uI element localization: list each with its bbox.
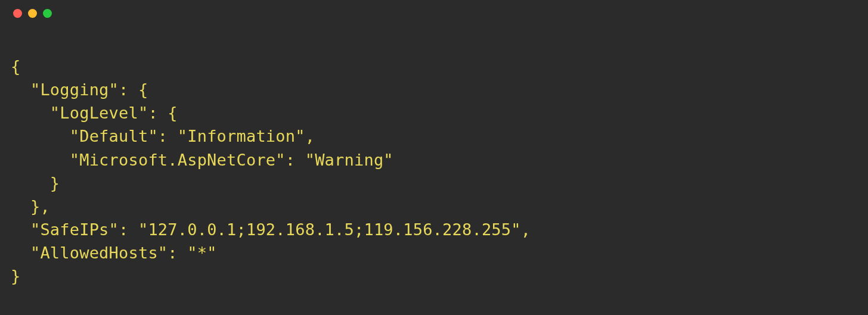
token-colon: : [148,104,168,122]
token-colon: : [119,220,138,239]
indent [11,127,70,145]
indent [11,244,30,262]
token-string: "Information" [178,127,305,145]
code-line: "Microsoft.AspNetCore": "Warning" [11,148,857,171]
indent [11,174,50,192]
token-string: "127.0.0.1;192.168.1.5;119.156.228.255" [138,220,521,239]
token-colon: : [119,80,138,99]
indent [11,197,30,216]
code-line: { [11,55,857,78]
token-key: "Microsoft.AspNetCore" [70,151,286,169]
maximize-icon[interactable] [43,9,52,18]
editor-window: { "Logging": { "LogLevel": { "Default": … [0,0,868,315]
indent [11,220,30,239]
code-line: "Default": "Information", [11,124,857,148]
indent [11,151,70,169]
token-comma: , [305,127,315,145]
token-colon: : [168,244,187,262]
minimize-icon[interactable] [28,9,37,18]
token-punct: { [168,104,177,122]
token-punct: } [11,267,20,285]
code-line: }, [11,195,857,218]
token-punct: { [138,80,148,99]
token-punct: { [11,57,20,76]
indent [11,80,30,99]
code-line: "AllowedHosts": "*" [11,241,857,264]
code-line: } [11,171,857,195]
token-colon: : [286,151,305,169]
token-punct: } [50,174,60,192]
close-icon[interactable] [13,9,22,18]
token-comma: , [40,197,49,216]
token-key: "SafeIPs" [30,220,119,239]
token-key: "AllowedHosts" [30,244,168,262]
code-content: { "Logging": { "LogLevel": { "Default": … [0,26,868,300]
token-colon: : [158,127,178,145]
token-key: "LogLevel" [50,104,148,122]
code-line: "Logging": { [11,78,857,101]
indent [11,104,50,122]
titlebar [0,0,868,26]
code-line: "LogLevel": { [11,101,857,124]
token-string: "Warning" [305,151,393,169]
token-string: "*" [187,244,216,262]
token-punct: } [30,197,40,216]
token-key: "Logging" [30,80,119,99]
code-line: "SafeIPs": "127.0.0.1;192.168.1.5;119.15… [11,218,857,241]
token-key: "Default" [70,127,158,145]
code-line: } [11,264,857,288]
token-comma: , [521,220,531,239]
